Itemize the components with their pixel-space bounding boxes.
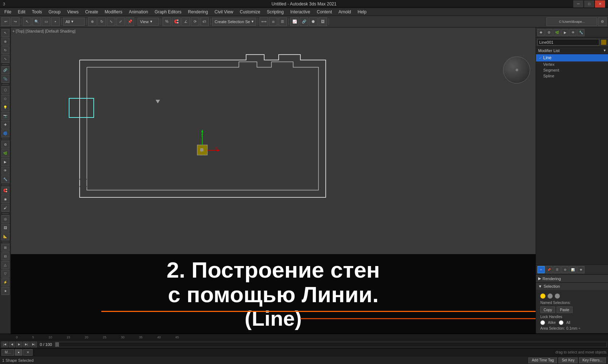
create-helpers[interactable]: ✚ — [1, 121, 9, 129]
paint-brush[interactable]: 🖌 — [1, 204, 9, 212]
align-button[interactable]: ⧈ — [269, 17, 278, 26]
create-lights[interactable]: 💡 — [1, 103, 9, 111]
mini-tab-close[interactable]: ✕ — [23, 349, 33, 356]
menu-item-content[interactable]: Content — [314, 9, 335, 15]
undo-button[interactable]: ↩ — [1, 17, 10, 26]
extra-6[interactable]: ★ — [1, 287, 9, 295]
object-name-input[interactable] — [537, 39, 599, 46]
rotate-tool[interactable]: ↻ — [1, 46, 9, 54]
perspective-match[interactable]: 📐 — [1, 232, 9, 240]
next-frame-button[interactable]: ▶| — [23, 342, 30, 347]
sel-dot-edge[interactable] — [548, 294, 553, 299]
redo-button[interactable]: ↪ — [11, 17, 20, 26]
menu-item-group[interactable]: Group — [46, 9, 63, 15]
rp-icon-graph[interactable]: 📊 — [569, 266, 577, 273]
modifier-vertex[interactable]: Vertex — [536, 61, 608, 67]
menu-item-civil-view[interactable]: Civil View — [212, 9, 236, 15]
menu-item-arnold[interactable]: Arnold — [335, 9, 354, 15]
schematic-view[interactable]: 🔗 — [300, 17, 308, 26]
paste-button[interactable]: Paste — [557, 307, 573, 313]
modifier-line[interactable]: ✓ Line — [536, 54, 608, 61]
spinner-snap[interactable]: ⟳ — [191, 17, 199, 26]
move-tool[interactable]: ⊕ — [1, 38, 9, 46]
user-path[interactable]: C:\Users\Бнаре... — [546, 17, 597, 26]
render-button[interactable]: 🖼 — [318, 17, 327, 26]
menu-item-create[interactable]: Create — [82, 9, 101, 15]
minimize-button[interactable]: ─ — [573, 0, 583, 8]
rp-icon-edit[interactable]: ✏ — [537, 266, 545, 273]
sel-dot-face[interactable] — [555, 294, 560, 299]
sel-dot-vertex[interactable] — [540, 294, 545, 299]
selection-section-header[interactable]: ▼ Selection — [536, 283, 608, 290]
key-filters-button[interactable]: Key Filters... — [579, 357, 606, 363]
timeline-thumb[interactable] — [55, 342, 59, 347]
menu-item-graph-editors[interactable]: Graph Editors — [152, 9, 184, 15]
menu-item-help[interactable]: Help — [355, 9, 370, 15]
copy-button[interactable]: Copy — [540, 307, 555, 313]
mirror-button[interactable]: ⟺ — [259, 17, 268, 26]
rp-icon-layer[interactable]: ☰ — [553, 266, 561, 273]
menu-item-modifiers[interactable]: Modifiers — [102, 9, 125, 15]
rendering-section-header[interactable]: ▶ Rendering — [536, 275, 608, 282]
hierarchy-panel-icon[interactable]: 🌿 — [553, 29, 561, 36]
move-button[interactable]: ⊕ — [88, 17, 97, 26]
settings-btn[interactable]: ⚙ — [598, 17, 607, 26]
modify-panel-icon[interactable]: ⚙ — [545, 29, 553, 36]
menu-item-edit[interactable]: Edit — [15, 9, 28, 15]
scale-uniform[interactable]: ⤢ — [116, 17, 125, 26]
go-end-button[interactable]: ▶| — [30, 342, 37, 347]
display-panel[interactable]: 👁 — [1, 167, 9, 175]
select-button[interactable]: ↖ — [23, 17, 31, 26]
mini-tab-m[interactable]: M... — [1, 349, 14, 356]
placement-button[interactable]: 📌 — [126, 17, 134, 26]
set-key-button[interactable]: Set Key — [558, 357, 578, 363]
create-geometry[interactable]: ⬡ — [1, 86, 9, 94]
extra-4[interactable]: ▽ — [1, 270, 9, 278]
menu-item-views[interactable]: Views — [64, 9, 81, 15]
menu-item-animation[interactable]: Animation — [126, 9, 151, 15]
rectangular-select[interactable]: ▭ — [42, 17, 50, 26]
viewport-nav-sphere[interactable]: ⊕ — [503, 56, 530, 83]
create-spacewarp[interactable]: 🌀 — [1, 129, 9, 137]
link-tool[interactable]: 🔗 — [1, 66, 9, 74]
rp-icon-pin[interactable]: 📌 — [545, 266, 553, 273]
close-button[interactable]: ✕ — [595, 0, 605, 8]
percent-snap[interactable]: % — [162, 17, 171, 26]
menu-item-interactive[interactable]: Interactive — [287, 9, 313, 15]
timeline-track[interactable] — [55, 342, 607, 347]
extra-2[interactable]: ⊟ — [1, 252, 9, 260]
scale-tool[interactable]: ⤡ — [1, 55, 9, 63]
motion-panel-icon[interactable]: ▶ — [561, 29, 569, 36]
alike-radio[interactable] — [540, 320, 545, 325]
quick-render[interactable]: 🖼 — [1, 224, 9, 232]
play-button[interactable]: ▶ — [16, 342, 22, 347]
create-shape[interactable]: ◇ — [1, 95, 9, 103]
snap-toggle[interactable]: 🧲 — [172, 17, 181, 26]
hierarchy-panel[interactable]: 🌿 — [1, 149, 9, 157]
edit-named-sets[interactable]: 🏷 — [200, 17, 209, 26]
mini-tab-icon[interactable]: ▪ — [15, 349, 23, 356]
material-editor[interactable]: ⬟ — [309, 17, 318, 26]
angle-snap[interactable]: ∠ — [181, 17, 190, 26]
snap-2d[interactable]: ◉ — [1, 195, 9, 203]
select-by-name[interactable]: 🔍 — [32, 17, 41, 26]
snap-3d[interactable]: 🧲 — [1, 187, 9, 194]
extra-5[interactable]: ⚡ — [1, 278, 9, 286]
extra-1[interactable]: ⊞ — [1, 244, 9, 252]
utilities-panel[interactable]: 🔧 — [1, 175, 9, 183]
curve-editor[interactable]: 📈 — [290, 17, 299, 26]
isolate-sel[interactable]: ◎ — [1, 215, 9, 223]
rp-icon-plus[interactable]: ✚ — [577, 266, 584, 273]
modify-panel[interactable]: ⚙ — [1, 141, 9, 149]
reference-dropdown[interactable]: View ▾ — [138, 18, 159, 26]
rotate-button[interactable]: ↻ — [97, 17, 106, 26]
rp-icon-settings[interactable]: ⚙ — [561, 266, 569, 273]
utility-panel-icon[interactable]: 🔧 — [577, 29, 584, 36]
display-panel-icon[interactable]: 👁 — [569, 29, 577, 36]
menu-item-rendering[interactable]: Rendering — [185, 9, 211, 15]
menu-item-scripting[interactable]: Scripting — [264, 9, 287, 15]
create-cameras[interactable]: 📷 — [1, 112, 9, 120]
filter-dropdown[interactable]: All ▾ — [63, 18, 85, 26]
layer-button[interactable]: ☰ — [278, 17, 287, 26]
all-radio[interactable] — [559, 320, 563, 325]
